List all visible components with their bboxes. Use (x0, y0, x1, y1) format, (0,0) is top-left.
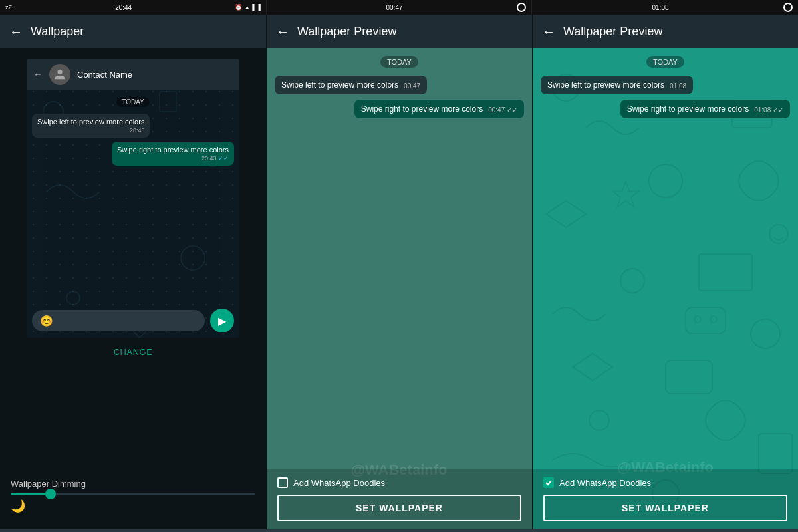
doodles-checkbox-2[interactable]: Add WhatsApp Doodles (277, 477, 521, 488)
back-button-1[interactable]: ← (9, 24, 23, 39)
preview2-messages: TODAY Swipe left to preview more colors … (267, 48, 532, 469)
preview3-msg-text-1: Swipe left to preview more colors (547, 80, 664, 90)
checkbox-checked-3 (543, 477, 554, 488)
zzz-icon: zZ (5, 4, 12, 11)
status-time-1: 20:44 (115, 4, 132, 11)
alarm-icon: ⏰ (235, 4, 242, 11)
preview3-bottom: Add WhatsApp Doodles SET WALLPAPER (533, 469, 798, 529)
scroll-indicator-1 (0, 529, 266, 532)
msg-time-1: 20:43 (37, 127, 144, 134)
status-time-3: 01:08 (652, 4, 668, 11)
emoji-icon: 😊 (40, 315, 53, 327)
msg-time-2: 20:43 ✓✓ (117, 155, 229, 162)
status-time-2: 00:47 (386, 4, 402, 11)
preview2-msg-received: Swipe left to preview more colors 00:47 (275, 76, 427, 94)
scroll-indicator-2 (266, 529, 532, 532)
panel-preview-with-doodles: TODAY Swipe left to preview more colors … (532, 48, 798, 529)
status-bar-screen1: zZ 20:44 ⏰ ▲▐ ▐ (0, 0, 266, 15)
message-received-1: Swipe left to preview more colors 20:43 (32, 114, 150, 138)
preview2-msg-text-2: Swipe right to preview more colors (361, 104, 483, 114)
screen2-title: Wallpaper Preview (297, 25, 396, 39)
doodles-checkbox-3[interactable]: Add WhatsApp Doodles (543, 477, 787, 488)
app-bar-preview2: ← Wallpaper Preview (532, 15, 798, 48)
dimming-slider-thumb (45, 489, 56, 499)
dimming-slider[interactable] (11, 493, 255, 495)
dimming-slider-fill (11, 493, 47, 495)
chat-header: ← Contact Name (27, 59, 239, 90)
status-left-icons: zZ (5, 4, 12, 11)
wallpaper-dimming: Wallpaper Dimming 🌙 (11, 479, 255, 513)
contact-name: Contact Name (77, 70, 132, 80)
app-bar-preview1: ← Wallpaper Preview (266, 15, 532, 48)
back-button-2[interactable]: ← (276, 24, 289, 39)
chat-messages: TODAY Swipe left to preview more colors … (27, 90, 239, 303)
preview3-msg-text-2: Swipe right to preview more colors (627, 104, 749, 114)
preview2-msg-text-1: Swipe left to preview more colors (281, 80, 398, 90)
scroll-indicator-3 (532, 529, 798, 532)
chat-input-bar: 😊 ▶ (27, 303, 239, 338)
battery-icon: ▐ (257, 4, 261, 11)
set-wallpaper-button-3[interactable]: SET WALLPAPER (543, 495, 787, 521)
chat-input-field[interactable]: 😊 (32, 310, 205, 331)
preview3-msg-sent: Swipe right to preview more colors 01:08… (620, 100, 790, 118)
screen3-title: Wallpaper Preview (563, 25, 662, 39)
screen1-title: Wallpaper (31, 25, 84, 39)
preview3-msg-received: Swipe left to preview more colors 01:08 (541, 76, 693, 94)
app-bar-wallpaper: ← Wallpaper (0, 15, 266, 48)
back-button-3[interactable]: ← (542, 24, 555, 39)
chat-back-icon: ← (33, 69, 43, 80)
set-wallpaper-button-2[interactable]: SET WALLPAPER (277, 495, 521, 521)
signal-icon: ▲▐ (244, 4, 254, 11)
doodles-label-3: Add WhatsApp Doodles (559, 478, 651, 488)
status-bar-screen2: 00:47 (266, 0, 532, 15)
send-button[interactable]: ▶ (210, 309, 234, 332)
status-circle-3 (783, 3, 793, 12)
preview2-msg-time-2: 00:47 ✓✓ (488, 106, 517, 114)
doodles-label-2: Add WhatsApp Doodles (293, 478, 385, 488)
msg-text-2: Swipe right to preview more colors (117, 146, 229, 154)
message-sent-1: Swipe right to preview more colors 20:43… (112, 142, 234, 166)
preview2-msg-time-1: 00:47 (404, 82, 420, 90)
panel-preview-no-doodles: TODAY Swipe left to preview more colors … (266, 48, 532, 529)
status-bar-screen3: 01:08 (532, 0, 798, 15)
preview2-date-badge: TODAY (380, 56, 418, 68)
preview2-msg-sent: Swipe right to preview more colors 00:47… (354, 100, 524, 118)
checkbox-unchecked (277, 477, 288, 488)
msg-text-1: Swipe left to preview more colors (37, 118, 144, 126)
preview3-messages: TODAY Swipe left to preview more colors … (533, 48, 798, 469)
date-badge-1: TODAY (116, 97, 150, 107)
change-button[interactable]: CHANGE (114, 347, 153, 357)
preview2-bottom: Add WhatsApp Doodles SET WALLPAPER (267, 469, 532, 529)
panel-wallpaper: ← Contact Name TODAY Swipe left to previ… (0, 48, 266, 529)
status-right-icons-1: ⏰ ▲▐ ▐ (235, 4, 261, 11)
status-circle-2 (517, 3, 526, 12)
preview3-msg-time-2: 01:08 ✓✓ (754, 106, 783, 114)
preview3-msg-time-1: 01:08 (670, 82, 686, 90)
chat-preview: ← Contact Name TODAY Swipe left to previ… (27, 59, 239, 338)
preview3-date-badge: TODAY (646, 56, 684, 68)
dimming-label: Wallpaper Dimming (11, 479, 255, 489)
avatar (49, 64, 70, 85)
